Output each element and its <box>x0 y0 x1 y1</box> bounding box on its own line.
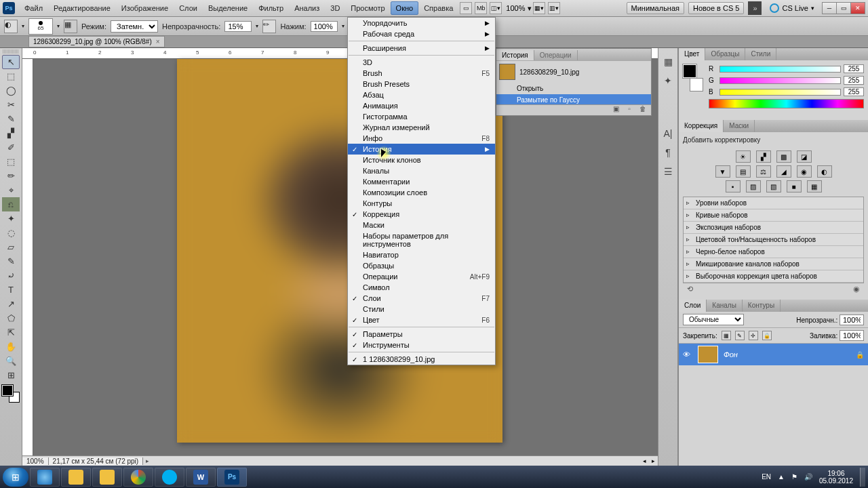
start-button[interactable]: ⊞ <box>3 468 28 487</box>
menu-item-рабочая-среда[interactable]: Рабочая среда▶ <box>348 28 495 39</box>
menu-item-абзац[interactable]: Абзац <box>348 89 495 100</box>
tool-8[interactable]: ✏ <box>2 169 20 183</box>
tool-11[interactable]: ✦ <box>2 211 20 226</box>
mb-icon[interactable]: Mb <box>475 2 487 14</box>
menu-item-композиции-слоев[interactable]: Композиции слоев <box>348 187 495 198</box>
spectrum-bar[interactable] <box>709 99 864 108</box>
tool-6[interactable]: ✐ <box>2 140 20 155</box>
menu-анализ[interactable]: Анализ <box>289 1 325 15</box>
adj-threshold-icon[interactable]: ▧ <box>766 180 781 192</box>
adj-curves-icon[interactable]: ▩ <box>776 150 791 163</box>
menu-item-каналы[interactable]: Каналы <box>348 165 495 176</box>
color-swatch[interactable] <box>683 64 703 92</box>
brush-panel-icon[interactable]: ▦ <box>64 20 77 33</box>
tool-18[interactable]: ⬠ <box>2 311 20 325</box>
tool-9[interactable]: ⌖ <box>2 183 20 197</box>
tab-styles[interactable]: Стили <box>745 48 776 60</box>
tool-21[interactable]: 🔍 <box>2 354 20 368</box>
tab-history[interactable]: История <box>496 50 534 60</box>
snapshot-icon[interactable]: ▣ <box>610 105 621 115</box>
menu-слои[interactable]: Слои <box>174 1 203 15</box>
opacity-input[interactable] <box>224 21 252 32</box>
tool-17[interactable]: ↗ <box>2 297 20 311</box>
adj-gradient-icon[interactable]: ■ <box>787 180 802 192</box>
ie-icon[interactable] <box>30 468 60 487</box>
adj-mixer-icon[interactable]: ◐ <box>817 165 832 178</box>
tool-16[interactable]: T <box>2 283 20 297</box>
lock-position-icon[interactable]: ✢ <box>749 331 758 340</box>
adj-levels-icon[interactable]: ▞ <box>756 150 771 163</box>
g-value[interactable]: 255 <box>844 76 864 85</box>
tab-actions[interactable]: Операции <box>534 50 578 60</box>
whats-new-button[interactable]: Новое в CS 5 <box>688 2 744 14</box>
lock-all-icon[interactable]: 🔒 <box>762 331 772 340</box>
b-slider[interactable] <box>719 89 841 96</box>
show-desktop-button[interactable] <box>860 468 865 487</box>
menu-item-коррекция[interactable]: ✓Коррекция <box>348 209 495 220</box>
skype-icon[interactable] <box>155 468 184 487</box>
menu-item-журнал-измерений[interactable]: Журнал измерений <box>348 122 495 133</box>
menu-item-упорядочить[interactable]: Упорядочить▶ <box>348 18 495 28</box>
tool-12[interactable]: ◌ <box>2 226 20 240</box>
adj-photo-icon[interactable]: ◉ <box>797 165 812 178</box>
menu-item-слои[interactable]: ✓СлоиF7 <box>348 293 495 304</box>
history-file[interactable]: 1286308299_10.jpg <box>496 61 651 83</box>
menu-item-символ[interactable]: Символ <box>348 282 495 293</box>
blend-mode-select[interactable]: Затемн. <box>111 20 158 33</box>
preset-item[interactable]: Кривые наборов <box>684 209 863 222</box>
tool-22[interactable]: ⊞ <box>2 368 20 382</box>
menu-item-brush[interactable]: BrushF5 <box>348 68 495 79</box>
tool-19[interactable]: ⇱ <box>2 325 20 340</box>
swatches-icon[interactable]: ▦ <box>660 53 676 70</box>
new-doc-icon[interactable]: ▫ <box>624 105 635 115</box>
zoom-value[interactable]: 100% <box>503 4 528 12</box>
workspace-minimal-button[interactable]: Минимальная <box>627 2 685 14</box>
menu-редактирование[interactable]: Редактирование <box>48 1 116 15</box>
adj-brightness-icon[interactable]: ☀ <box>736 150 751 163</box>
tool-3[interactable]: ✂ <box>2 98 20 112</box>
explorer-icon[interactable] <box>61 468 91 487</box>
trash-icon[interactable]: 🗑 <box>637 105 648 115</box>
preset-item[interactable]: Микширование каналов наборов <box>684 258 863 270</box>
preset-item[interactable]: Экспозиция наборов <box>684 222 863 234</box>
current-tool-icon[interactable]: ◐ <box>4 20 18 33</box>
tool-7[interactable]: ⬚ <box>2 155 20 169</box>
info-icon[interactable]: ☰ <box>660 163 676 180</box>
arrange-icon[interactable]: ▦▾ <box>533 2 545 14</box>
menu-item-контуры[interactable]: Контуры <box>348 198 495 209</box>
layout-icon[interactable]: ▥▾ <box>548 2 560 14</box>
r-slider[interactable] <box>719 66 841 73</box>
tab-paths[interactable]: Контуры <box>743 300 781 312</box>
tray-flag-icon[interactable]: ▲ <box>778 473 785 481</box>
tab-swatches[interactable]: Образцы <box>705 48 745 60</box>
menu-просмотр[interactable]: Просмотр <box>345 1 390 15</box>
adj-invert-icon[interactable]: ▪ <box>726 180 741 192</box>
menu-item-brush-presets[interactable]: Brush Presets <box>348 79 495 89</box>
menu-item-инструменты[interactable]: ✓Инструменты <box>348 340 495 350</box>
adj-bw-icon[interactable]: ◢ <box>776 165 791 178</box>
menu-изображение[interactable]: Изображение <box>116 1 174 15</box>
expand-arrows-icon[interactable]: » <box>748 1 762 15</box>
clock[interactable]: 19:0605.09.2012 <box>819 470 853 485</box>
chrome-icon[interactable] <box>123 468 153 487</box>
menu-item-цвет[interactable]: ✓ЦветF6 <box>348 314 495 325</box>
history-entry[interactable]: Открыть <box>496 83 651 94</box>
preset-item[interactable]: Черно-белое наборов <box>684 246 863 258</box>
tool-1[interactable]: ⬚ <box>2 69 20 83</box>
layer-row[interactable]: 👁 Фон 🔒 <box>679 344 868 365</box>
tool-2[interactable]: ◯ <box>2 83 20 98</box>
lock-transparency-icon[interactable]: ▦ <box>722 331 731 340</box>
menu-item-расширения[interactable]: Расширения▶ <box>348 43 495 54</box>
menu-3d[interactable]: 3D <box>325 1 345 15</box>
tool-20[interactable]: ✋ <box>2 340 20 354</box>
minimize-button[interactable]: ─ <box>822 2 837 14</box>
tab-color[interactable]: Цвет <box>679 48 705 60</box>
menu-item-стили[interactable]: Стили <box>348 304 495 314</box>
menu-item-комментарии[interactable]: Комментарии <box>348 176 495 187</box>
adj-balance-icon[interactable]: ⚖ <box>756 165 771 178</box>
menu-выделение[interactable]: Выделение <box>203 1 253 15</box>
tool-5[interactable]: ▞ <box>2 126 20 140</box>
menu-файл[interactable]: Файл <box>19 1 48 15</box>
files-icon[interactable] <box>92 468 122 487</box>
tab-layers[interactable]: Слои <box>679 300 707 312</box>
